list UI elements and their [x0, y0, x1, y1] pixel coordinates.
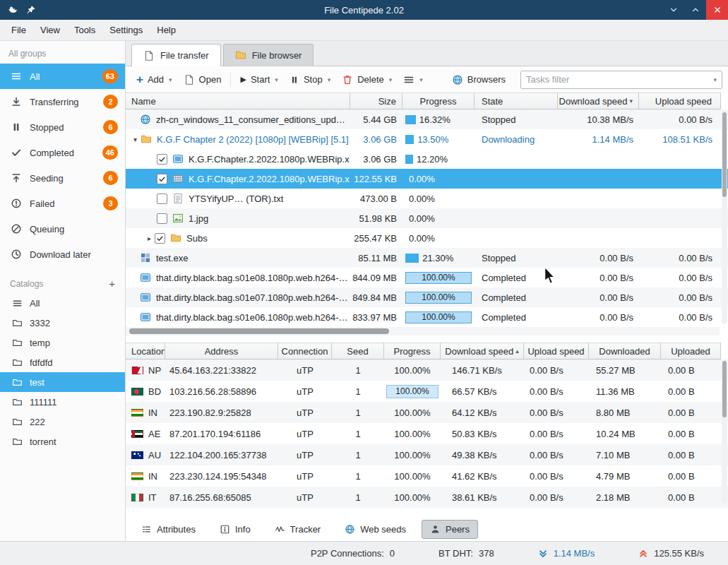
tasks-vertical-scrollbar[interactable]: [722, 111, 727, 324]
task-row[interactable]: that.dirty.black.bag.s01e06.1080p.web.h2…: [126, 307, 728, 327]
column-header-downloaded[interactable]: Downloaded: [589, 343, 661, 359]
task-row[interactable]: test.exe 85.11 MB 21.30% Stopped 0.00 B/…: [126, 248, 728, 268]
tasks-horizontal-scrollbar[interactable]: [126, 327, 720, 335]
tab-file-transfer[interactable]: File transfer: [131, 44, 221, 66]
task-row[interactable]: 1.jpg 51.98 KB 0.00%: [126, 208, 728, 228]
open-button[interactable]: Open: [179, 71, 227, 89]
column-header-state[interactable]: State: [475, 93, 558, 109]
more-menu-button[interactable]: ▾: [398, 71, 428, 89]
column-header-location[interactable]: Location: [126, 343, 165, 359]
peer-row[interactable]: BD 103.216.56.28:58896 uTP 1 100.00% 66.…: [126, 381, 728, 402]
progress-bar-complete: 100.00%: [405, 272, 472, 284]
upload-speed-status: 125.55 KB/s: [638, 548, 704, 559]
tab-attributes[interactable]: Attributes: [133, 520, 204, 539]
catalog-item-3332[interactable]: 3332: [0, 313, 125, 333]
sidebar-item-stopped[interactable]: Stopped 6: [0, 114, 125, 140]
column-header-upload-speed[interactable]: Upload speed: [639, 93, 721, 109]
tab-peers[interactable]: Peers: [422, 520, 478, 539]
collapse-arrow-icon[interactable]: ▸: [144, 234, 155, 242]
tab-web-seeds[interactable]: Web seeds: [336, 520, 414, 539]
column-header-uploaded[interactable]: Uploaded: [661, 343, 721, 359]
sort-arrow-icon: ▴: [515, 347, 519, 355]
catalog-item-fdfdfd[interactable]: fdfdfd: [0, 352, 125, 372]
sidebar-item-label: Queuing: [30, 224, 64, 234]
flag-ae-icon: [131, 430, 143, 438]
peer-row[interactable]: AE 87.201.170.194:61186 uTP 1 100.00% 50…: [126, 423, 728, 444]
task-row[interactable]: K.G.F.Chapter.2.2022.1080p.WEBRip.x… 3.0…: [126, 149, 728, 169]
sidebar-item-all[interactable]: All 63: [0, 64, 125, 89]
tab-file-browser[interactable]: File browser: [223, 44, 314, 66]
peer-row[interactable]: NP 45.64.163.221:33822 uTP 1 100.00% 146…: [126, 359, 728, 381]
text-file-icon: [172, 193, 184, 204]
checkbox-unchecked[interactable]: [157, 213, 167, 224]
sidebar-item-failed[interactable]: Failed 3: [0, 191, 125, 216]
column-header-size[interactable]: Size: [350, 93, 402, 109]
peers-vertical-scrollbar[interactable]: [722, 359, 727, 504]
task-row[interactable]: that.dirty.black.bag.s01e07.1080p.web.h2…: [126, 287, 728, 307]
stop-button[interactable]: Stop ▾: [285, 71, 335, 88]
column-header-connection[interactable]: Connection: [278, 343, 332, 359]
tasks-filter-combobox[interactable]: ▾: [520, 71, 722, 89]
peer-row[interactable]: IN 223.230.124.195:54348 uTP 1 100.00% 4…: [126, 465, 728, 487]
column-header-download-speed[interactable]: Download speed▴: [441, 343, 524, 359]
catalog-item-test[interactable]: test: [0, 372, 125, 392]
sidebar-item-completed[interactable]: Completed 46: [0, 140, 125, 165]
catalogs-section-label: Catalogs: [10, 279, 43, 289]
peer-row[interactable]: IN 223.190.82.9:25828 uTP 1 100.00% 64.1…: [126, 402, 728, 423]
expand-arrow-icon[interactable]: ▾: [130, 136, 141, 143]
checkbox-checked[interactable]: [155, 233, 165, 244]
catalog-item-111111[interactable]: 111111: [0, 392, 125, 412]
minimize-button[interactable]: [662, 0, 684, 20]
sidebar-item-seeding[interactable]: Seeding 6: [0, 165, 125, 191]
scrollbar-thumb[interactable]: [129, 328, 389, 334]
delete-button[interactable]: Delete ▾: [337, 71, 397, 89]
menu-help[interactable]: Help: [150, 21, 183, 39]
sidebar-item-download-later[interactable]: Download later: [0, 242, 125, 267]
sidebar-item-queuing[interactable]: Queuing: [0, 216, 125, 242]
task-row[interactable]: ▸ Subs 255.47 KB 0.00%: [126, 228, 728, 248]
sidebar-item-transferring[interactable]: Transferring 2: [0, 89, 125, 114]
menu-file[interactable]: File: [4, 21, 33, 39]
maximize-button[interactable]: [684, 0, 706, 20]
browsers-button[interactable]: Browsers: [447, 71, 511, 89]
add-button[interactable]: + Add ▾: [131, 71, 177, 88]
catalog-item-torrent[interactable]: torrent: [0, 432, 125, 451]
task-row-selected[interactable]: K.G.F.Chapter.2.2022.1080p.WEBRip.x… 122…: [126, 169, 728, 189]
tasks-filter-input[interactable]: [526, 74, 712, 85]
tab-info[interactable]: Info: [211, 520, 259, 539]
tracker-icon: [275, 524, 285, 535]
pin-icon[interactable]: [26, 5, 36, 15]
column-header-address[interactable]: Address: [165, 343, 278, 359]
menu-view[interactable]: View: [33, 21, 67, 39]
task-row[interactable]: that.dirty.black.bag.s01e08.1080p.web.h2…: [126, 268, 728, 287]
checkbox-unchecked[interactable]: [157, 194, 167, 204]
scrollbar-thumb[interactable]: [722, 361, 727, 417]
checkbox-checked[interactable]: [157, 174, 167, 184]
task-row[interactable]: YTSYifyUP… (TOR).txt 473.00 B 0.00%: [126, 189, 728, 208]
column-header-name[interactable]: Name: [126, 93, 350, 109]
column-header-progress[interactable]: Progress: [384, 343, 441, 359]
task-row[interactable]: ▾ K.G.F Chapter 2 (2022) [1080p] [WEBRip…: [126, 129, 728, 149]
catalog-item-label: 222: [30, 417, 45, 427]
menu-tools[interactable]: Tools: [67, 21, 102, 39]
catalog-item-222[interactable]: 222: [0, 412, 125, 432]
start-button[interactable]: ▶ Start ▾: [235, 71, 282, 88]
flag-au-icon: [131, 451, 143, 459]
peer-row[interactable]: AU 122.104.200.165:37738 uTP 1 100.00% 4…: [126, 444, 728, 465]
menu-settings[interactable]: Settings: [102, 21, 150, 39]
checkbox-checked[interactable]: [157, 154, 167, 165]
catalog-item-temp[interactable]: temp: [0, 333, 125, 352]
column-header-download-speed[interactable]: Download speed▾: [558, 93, 639, 109]
task-row[interactable]: zh-cn_windows_11_consumer_editions_upd… …: [126, 109, 728, 129]
column-header-progress[interactable]: Progress: [402, 93, 475, 109]
column-header-seed[interactable]: Seed: [332, 343, 384, 359]
catalog-item-all[interactable]: All: [0, 293, 125, 313]
close-button[interactable]: [706, 0, 728, 20]
progress-bar: [405, 254, 419, 263]
globe-icon: [452, 74, 463, 85]
scrollbar-thumb[interactable]: [722, 112, 727, 197]
column-header-upload-speed[interactable]: Upload speed: [524, 343, 589, 359]
peer-row[interactable]: IT 87.16.255.68:65085 uTP 1 100.00% 38.6…: [126, 487, 728, 508]
tab-tracker[interactable]: Tracker: [266, 520, 330, 539]
add-catalog-button[interactable]: +: [109, 278, 115, 289]
